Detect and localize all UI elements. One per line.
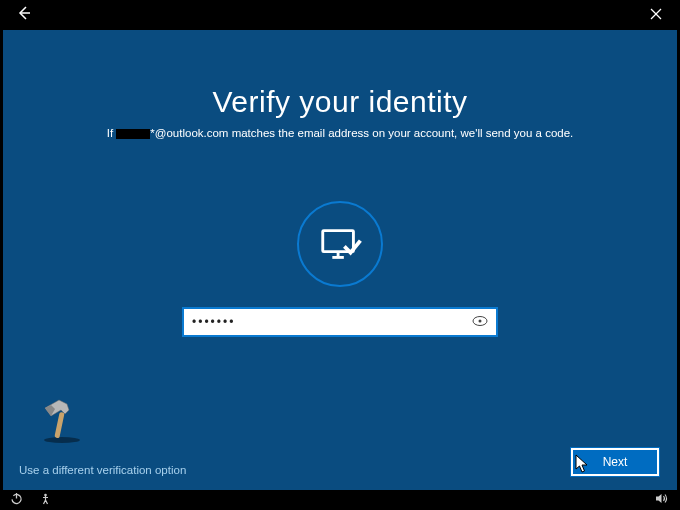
verification-input[interactable]: ••••••• bbox=[182, 307, 498, 337]
svg-point-7 bbox=[479, 320, 482, 323]
next-button[interactable]: Next bbox=[571, 448, 659, 476]
close-icon[interactable] bbox=[646, 6, 666, 24]
hammer-icon bbox=[37, 394, 87, 444]
monitor-check-icon bbox=[297, 201, 383, 287]
redacted-email-user bbox=[116, 129, 150, 139]
accessibility-icon[interactable] bbox=[39, 492, 52, 508]
svg-point-8 bbox=[44, 437, 80, 443]
power-icon[interactable] bbox=[10, 492, 23, 508]
volume-icon[interactable] bbox=[655, 492, 670, 508]
different-verification-link[interactable]: Use a different verification option bbox=[19, 464, 186, 476]
masked-value: ••••••• bbox=[192, 315, 472, 329]
verify-identity-panel: Verify your identity If *@outlook.com ma… bbox=[3, 30, 677, 490]
svg-rect-9 bbox=[54, 412, 64, 438]
subtitle-text: If *@outlook.com matches the email addre… bbox=[3, 127, 677, 139]
svg-point-12 bbox=[44, 494, 47, 497]
bottom-bar bbox=[0, 490, 680, 510]
subtitle-domain: *@outlook.com bbox=[150, 127, 228, 139]
page-title: Verify your identity bbox=[3, 85, 677, 119]
reveal-password-icon[interactable] bbox=[472, 314, 488, 330]
next-button-label: Next bbox=[603, 455, 628, 469]
subtitle-prefix: If bbox=[107, 127, 117, 139]
back-icon[interactable] bbox=[14, 5, 34, 25]
subtitle-suffix: matches the email address on your accoun… bbox=[228, 127, 573, 139]
